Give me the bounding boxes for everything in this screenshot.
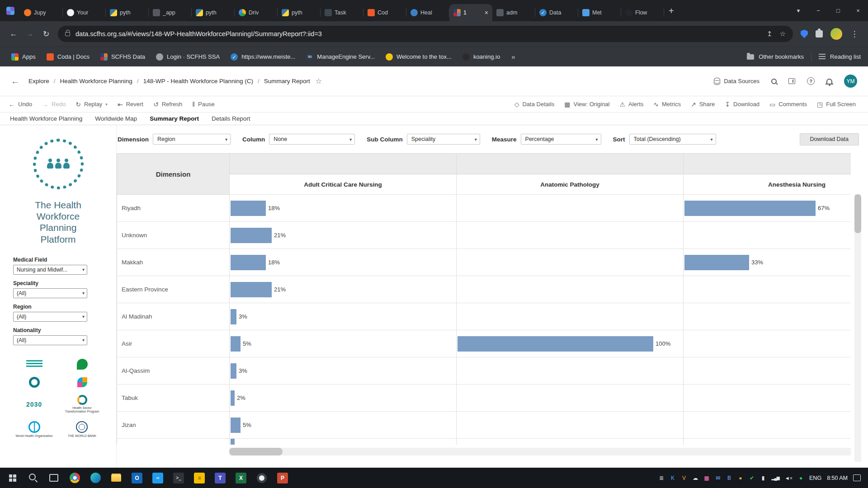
bookmark-star-icon[interactable]: ☆ [780, 30, 786, 38]
url-omnibox[interactable]: data.scfhs.org.sa/#/views/148-WP-HealthW… [58, 26, 793, 42]
browser-tab-cod[interactable]: Cod [363, 4, 406, 21]
taskbar-notes-icon[interactable]: ≡ [189, 468, 210, 488]
toolbar-metrics-button[interactable]: ∿Metrics [648, 96, 686, 113]
tray-network-icon[interactable]: ▂▄▆ [771, 476, 779, 480]
extensions-puzzle-icon[interactable] [816, 30, 823, 38]
help-icon[interactable]: ? [807, 77, 815, 85]
tray-vpn-icon[interactable]: V [681, 475, 687, 481]
toolbar-pause-button[interactable]: ‖Pause [187, 96, 220, 113]
browser-tab-driv[interactable]: Driv [235, 4, 278, 21]
horizontal-scrollbar-thumb[interactable] [229, 448, 283, 455]
back-arrow-icon[interactable]: ← [11, 76, 19, 86]
new-tab-button[interactable]: + [669, 6, 674, 15]
breadcrumb-explore[interactable]: Explore [28, 78, 49, 84]
bookmark-koaning-io[interactable]: koaning.io [458, 52, 504, 62]
browser-tab-heal[interactable]: Heal [406, 4, 449, 21]
browser-menu-icon[interactable]: ⋮ [846, 26, 863, 42]
tray-security-icon[interactable]: ● [798, 475, 804, 481]
window-maximize-button[interactable]: □ [828, 0, 848, 21]
reading-list-label[interactable]: Reading list [830, 53, 861, 60]
taskbar-powerpoint-icon[interactable]: P [272, 468, 293, 488]
control-column-select[interactable]: None▾ [269, 134, 355, 145]
browser-tab-pyth[interactable]: pyth [106, 4, 149, 21]
taskbar-explorer-icon[interactable] [106, 468, 127, 488]
browser-tab-1[interactable]: 1× [449, 4, 492, 21]
tray-mail-icon[interactable]: ✉ [715, 475, 721, 481]
toolbar-view-original-button[interactable]: ▦View: Original [559, 96, 614, 113]
filter-speciality-select[interactable]: (All)▾ [13, 288, 87, 298]
sheet-tab-worldwide-map[interactable]: Worldwide Map [89, 113, 143, 124]
toolbar-comments-button[interactable]: ▭Comments [764, 96, 812, 113]
window-minimize-button[interactable]: − [808, 0, 828, 21]
browser-tab-flow[interactable]: Flow [621, 4, 664, 21]
notifications-bell-icon[interactable] [826, 79, 832, 84]
browser-back-button[interactable]: ← [5, 26, 22, 42]
taskbar-recorder-icon[interactable] [251, 468, 272, 488]
toolbar-replay-button[interactable]: ↻Replay▾ [71, 96, 113, 113]
content-panel-icon[interactable] [788, 78, 795, 84]
bookmark-manageengine-serv[interactable]: ManageEngine Serv... [302, 52, 379, 62]
browser-tab-data[interactable]: Data [535, 4, 578, 21]
toolbar-share-button[interactable]: ↗Share [686, 96, 720, 113]
tray-photos-icon[interactable]: ▦ [703, 475, 709, 481]
bookmark-apps[interactable]: Apps [7, 52, 40, 62]
data-sources-button[interactable]: Data Sources [714, 78, 760, 85]
other-bookmarks-label[interactable]: Other bookmarks [759, 53, 804, 60]
vertical-scrollbar-thumb[interactable] [854, 194, 861, 233]
browser-tab-pyth[interactable]: pyth [192, 4, 235, 21]
search-icon[interactable] [771, 79, 777, 84]
favorite-star-icon[interactable]: ☆ [316, 77, 322, 85]
browser-tab-jupy[interactable]: Jupy [20, 4, 63, 21]
browser-tab-your[interactable]: Your [63, 4, 106, 21]
browser-reload-button[interactable]: ↻ [38, 26, 54, 42]
tray-bluetooth-icon[interactable]: B [726, 475, 732, 481]
control-dimension-select[interactable]: Region▾ [153, 134, 231, 145]
bookmark-https-www-meiste[interactable]: https://www.meiste... [226, 52, 299, 62]
user-avatar[interactable]: YM [844, 75, 857, 88]
browser-tab-task[interactable]: Task [321, 4, 363, 21]
breadcrumb-summary-report[interactable]: Summary Report [264, 78, 310, 84]
bookmark-coda-docs[interactable]: Coda | Docs [42, 52, 94, 62]
bookmarks-overflow-chevron[interactable]: » [507, 53, 519, 61]
tray-remote-icon[interactable]: ● [737, 475, 743, 481]
browser-profile-avatar[interactable] [830, 28, 842, 40]
language-indicator[interactable]: ENG [809, 475, 821, 481]
tray-weather-icon[interactable]: ☁ [692, 475, 698, 481]
sheet-tab-summary-report[interactable]: Summary Report [143, 113, 205, 124]
taskbar-excel-icon[interactable]: X [231, 468, 251, 488]
window-close-button[interactable]: × [848, 0, 868, 21]
taskbar-vscode-icon[interactable]: ‹› [147, 468, 168, 488]
tab-close-icon[interactable]: × [485, 9, 488, 16]
browser-tab-adm[interactable]: adm [492, 4, 535, 21]
action-center-icon[interactable] [853, 474, 861, 481]
breadcrumb-148-wp-health-workforce-planning-c[interactable]: 148-WP - Health Workforce Planning (C) [143, 78, 253, 84]
control-measure-select[interactable]: Percentage▾ [521, 134, 601, 145]
taskbar-terminal-icon[interactable]: >_ [168, 468, 189, 488]
taskbar-clock[interactable]: 8:50 AM [827, 475, 848, 481]
tray-kite-icon[interactable]: K [670, 475, 675, 481]
toolbar-redo-button[interactable]: →Redo [37, 96, 71, 113]
adblock-extension-icon[interactable] [801, 30, 808, 38]
taskbar-task-view-icon[interactable] [43, 468, 64, 488]
browser-tab-met[interactable]: Met [578, 4, 621, 21]
taskbar-start-icon[interactable] [2, 468, 23, 488]
taskbar-search-icon[interactable] [23, 468, 43, 488]
filter-region-select[interactable]: (All)▾ [13, 312, 87, 322]
tray-battery-icon[interactable]: ▮ [760, 475, 766, 481]
tray-antivirus-icon[interactable]: ✔ [749, 475, 755, 481]
sheet-tab-health-workforce-planning[interactable]: Health Workforce Planning [4, 113, 89, 124]
toolbar-refresh-button[interactable]: ↺Refresh [148, 96, 187, 113]
toolbar-undo-button[interactable]: ←Undo [4, 96, 37, 113]
taskbar-edge-icon[interactable] [85, 468, 106, 488]
control-sort-select[interactable]: Total (Descending)▾ [629, 134, 716, 145]
browser-forward-button[interactable]: → [22, 26, 38, 42]
bookmark-welcome-to-the-tox[interactable]: Welcome to the tox... [382, 52, 456, 62]
toolbar-alerts-button[interactable]: ⚠Alerts [615, 96, 649, 113]
taskbar-teams-icon[interactable]: T [210, 468, 231, 488]
share-icon[interactable]: ↥ [767, 30, 773, 38]
control-sub-column-select[interactable]: Speciality▾ [407, 134, 480, 145]
vertical-scrollbar[interactable] [854, 194, 861, 462]
tab-search-chevron-icon[interactable]: ▾ [788, 0, 808, 21]
browser-tab-app[interactable]: _app [149, 4, 192, 21]
sheet-tab-details-report[interactable]: Details Report [205, 113, 257, 124]
